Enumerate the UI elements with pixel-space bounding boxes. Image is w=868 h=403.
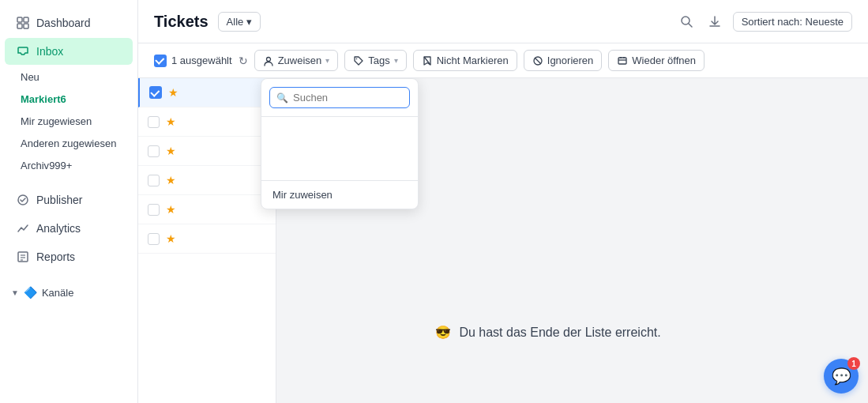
sidebar-sub-archiv[interactable]: Archiv 999+ <box>5 155 133 176</box>
publisher-icon <box>16 193 30 207</box>
svg-line-16 <box>535 58 541 64</box>
inbox-icon <box>16 44 30 58</box>
selected-count: 1 ausgewählt <box>171 55 232 66</box>
star-icon[interactable]: ★ <box>166 145 176 157</box>
sidebar-item-dashboard[interactable]: Dashboard <box>5 9 133 36</box>
assign-dropdown: 🔍 Mir zuweisen <box>261 78 419 209</box>
ticket-item[interactable]: ★ <box>138 78 276 107</box>
ticket-checkbox[interactable] <box>148 233 160 245</box>
search-icon: 🔍 <box>276 92 288 104</box>
dropdown-empty-area <box>261 117 418 180</box>
ticket-checkbox[interactable] <box>148 116 160 128</box>
assign-icon <box>263 55 274 66</box>
ticket-item[interactable]: ★ <box>138 137 276 166</box>
sidebar-item-reports[interactable]: Reports <box>5 243 133 270</box>
ticket-checkbox[interactable] <box>148 204 160 216</box>
main-area: Tickets Alle ▾ Sortiert nach: Neueste <box>138 0 868 403</box>
markiert-badge: 6 <box>61 93 66 105</box>
chat-icon: 💬 <box>832 367 851 386</box>
header-actions: Sortiert nach: Neueste <box>676 11 852 32</box>
ticket-item[interactable]: ★ <box>138 224 276 254</box>
sidebar-sub-anderen-zugewiesen-label: Anderen zugewiesen <box>21 137 116 149</box>
star-icon[interactable]: ★ <box>166 232 176 245</box>
refresh-icon[interactable]: ↻ <box>239 55 248 67</box>
end-of-list-message: 😎 Du hast das Ende der Liste erreicht. <box>435 325 660 340</box>
content-area: ★ ★ ★ ★ ★ ★ <box>138 78 868 403</box>
ticket-checkbox[interactable] <box>149 86 162 99</box>
tags-chevron: ▾ <box>394 56 398 65</box>
not-mark-label: Nicht Markieren <box>437 55 509 66</box>
svg-rect-17 <box>618 58 626 64</box>
svg-rect-1 <box>24 17 28 22</box>
sidebar-item-publisher[interactable]: Publisher <box>5 186 133 213</box>
reopen-icon <box>617 55 628 66</box>
sidebar-sub-markiert[interactable]: Markiert 6 <box>5 89 133 110</box>
sidebar-item-dashboard-label: Dashboard <box>36 17 91 29</box>
bookmark-icon <box>422 55 433 66</box>
sidebar: Dashboard Inbox Neu Markiert 6 Mir zugew… <box>0 0 138 403</box>
filter-all-button[interactable]: Alle ▾ <box>218 12 261 32</box>
sidebar-sub-anderen-zugewiesen[interactable]: Anderen zugewiesen <box>5 133 133 154</box>
not-mark-button[interactable]: Nicht Markieren <box>413 50 517 71</box>
page-title: Tickets <box>154 13 209 31</box>
sidebar-sub-neu-label: Neu <box>21 71 39 83</box>
star-icon[interactable]: ★ <box>166 115 176 128</box>
chevron-down-icon: ▾ <box>246 16 252 28</box>
dropdown-search-area: 🔍 <box>261 79 418 117</box>
svg-point-12 <box>266 57 270 61</box>
chat-bubble[interactable]: 💬 1 <box>824 359 859 394</box>
star-icon[interactable]: ★ <box>168 86 178 99</box>
sidebar-item-analytics-label: Analytics <box>36 222 81 235</box>
end-text: Du hast das Ende der Liste erreicht. <box>459 326 660 340</box>
assign-to-me-option[interactable]: Mir zuweisen <box>261 180 418 209</box>
svg-line-10 <box>689 24 692 27</box>
reopen-label: Wieder öffnen <box>632 55 696 66</box>
assign-search-input[interactable] <box>293 92 403 104</box>
archiv-badge: 999+ <box>49 160 72 171</box>
ticket-checkbox[interactable] <box>148 145 160 157</box>
reopen-button[interactable]: Wieder öffnen <box>608 50 705 71</box>
sidebar-sub-neu[interactable]: Neu <box>5 66 133 88</box>
star-icon[interactable]: ★ <box>166 203 176 216</box>
channels-label: Kanäle <box>42 287 73 299</box>
star-icon[interactable]: ★ <box>166 174 176 186</box>
ignore-button[interactable]: Ignorieren <box>524 50 603 71</box>
page-header: Tickets Alle ▾ Sortiert nach: Neueste <box>138 0 868 43</box>
download-button[interactable] <box>705 11 725 32</box>
toolbar: 1 ausgewählt ↻ Zuweisen ▾ Tags ▾ Nicht M <box>138 43 868 78</box>
channels-icon: 🔷 <box>24 286 37 299</box>
ticket-item[interactable]: ★ <box>138 107 276 137</box>
filter-all-label: Alle <box>227 16 244 28</box>
tags-label: Tags <box>368 55 389 66</box>
sidebar-item-analytics[interactable]: Analytics <box>5 215 133 242</box>
ticket-item[interactable]: ★ <box>138 195 276 224</box>
sidebar-item-inbox-label: Inbox <box>36 45 63 58</box>
sidebar-item-publisher-label: Publisher <box>36 194 82 206</box>
reports-icon <box>16 250 30 264</box>
svg-rect-0 <box>17 17 22 22</box>
tags-button[interactable]: Tags ▾ <box>344 50 406 71</box>
sidebar-sub-markiert-label: Markiert <box>21 93 61 105</box>
ignore-icon <box>532 55 543 66</box>
sort-label: Sortiert nach: Neueste <box>733 12 852 32</box>
ticket-checkbox[interactable] <box>148 175 160 186</box>
sidebar-item-reports-label: Reports <box>36 250 75 263</box>
sidebar-item-inbox[interactable]: Inbox <box>5 38 133 65</box>
chevron-down-icon: ▼ <box>11 288 19 297</box>
ticket-list: ★ ★ ★ ★ ★ ★ <box>138 78 276 403</box>
ignore-label: Ignorieren <box>547 55 594 66</box>
sidebar-sub-mir-zugewiesen-label: Mir zugewiesen <box>21 115 92 127</box>
assign-label: Zuweisen <box>278 55 322 66</box>
select-all-checkbox[interactable] <box>154 55 167 67</box>
toolbar-checkbox-area: 1 ausgewählt <box>154 55 232 67</box>
analytics-icon <box>16 221 30 235</box>
sidebar-sub-mir-zugewiesen[interactable]: Mir zugewiesen <box>5 111 133 132</box>
search-button[interactable] <box>676 11 697 32</box>
end-emoji: 😎 <box>435 325 451 340</box>
tags-icon <box>353 55 364 66</box>
ticket-item[interactable]: ★ <box>138 166 276 195</box>
search-input-wrapper: 🔍 <box>269 87 410 108</box>
svg-rect-3 <box>24 24 28 28</box>
channels-section[interactable]: ▼ 🔷 Kanäle <box>0 281 137 303</box>
assign-button[interactable]: Zuweisen ▾ <box>254 50 339 71</box>
